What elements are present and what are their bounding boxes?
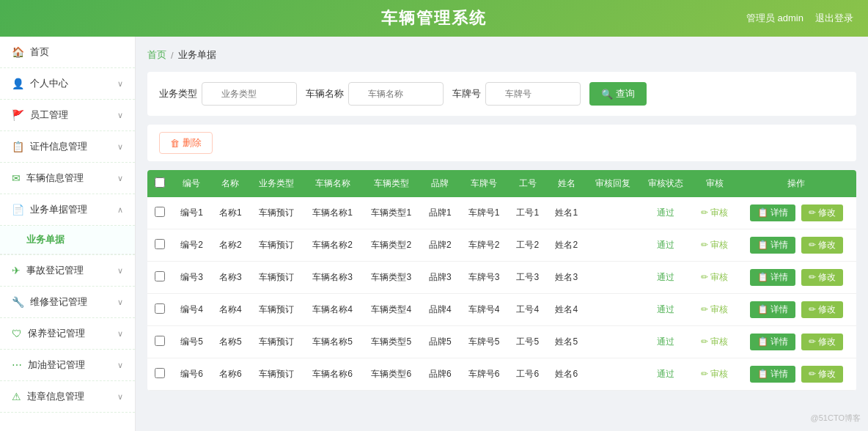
audit-link[interactable]: ✏ 审核 bbox=[698, 368, 731, 380]
detail-button[interactable]: 📋 详情 bbox=[750, 205, 795, 221]
row-checkbox-cell bbox=[147, 229, 172, 262]
sidebar-item-fuel[interactable]: ⋯ 加油登记管理 ∨ bbox=[0, 350, 135, 381]
row-vehicle-name: 车辆名称5 bbox=[304, 326, 362, 358]
audit-link[interactable]: ✏ 审核 bbox=[698, 239, 731, 251]
violation-icon: ⚠ bbox=[12, 391, 21, 402]
delete-icon: 🗑 bbox=[170, 138, 180, 149]
chevron-down-icon: ∨ bbox=[117, 142, 123, 152]
filter-group-vehicle-name: 车辆名称 🔍 bbox=[306, 82, 444, 106]
row-biz-type: 车辆预订 bbox=[250, 262, 304, 294]
row-reply bbox=[586, 294, 639, 326]
filter-vehicle-name-input[interactable] bbox=[348, 82, 444, 106]
detail-button[interactable]: 📋 详情 bbox=[750, 301, 795, 318]
table-col-name: 名称 bbox=[211, 170, 250, 197]
audit-link[interactable]: ✏ 审核 bbox=[698, 303, 731, 316]
sidebar-item-violation[interactable]: ⚠ 违章信息管理 ∨ bbox=[0, 381, 135, 413]
row-vehicle-name: 车辆名称4 bbox=[304, 294, 362, 326]
table-row: 编号5 名称5 车辆预订 车辆名称5 车辆类型5 品牌5 车牌号5 工号5 姓名… bbox=[147, 326, 856, 358]
table-row: 编号3 名称3 车辆预订 车辆名称3 车辆类型3 品牌3 车牌号3 工号3 姓名… bbox=[147, 262, 856, 294]
table-body: 编号1 名称1 车辆预订 车辆名称1 车辆类型1 品牌1 车牌号1 工号1 姓名… bbox=[147, 197, 856, 391]
audit-link[interactable]: ✏ 审核 bbox=[698, 336, 731, 348]
edit-button[interactable]: ✏ 修改 bbox=[801, 301, 843, 318]
sidebar-subitem-business-orders[interactable]: 业务单据 bbox=[0, 226, 135, 254]
filter-plate-input[interactable] bbox=[485, 82, 581, 106]
row-name: 名称5 bbox=[211, 326, 250, 358]
query-button[interactable]: 🔍 查询 bbox=[589, 82, 647, 106]
sidebar-item-upkeep[interactable]: 🛡 保养登记管理 ∨ bbox=[0, 318, 135, 350]
row-person: 姓名6 bbox=[547, 358, 586, 391]
chevron-down-icon: ∨ bbox=[117, 298, 123, 307]
edit-button[interactable]: ✏ 修改 bbox=[801, 334, 843, 350]
table-col-ops: 操作 bbox=[737, 170, 856, 197]
row-work-id: 工号4 bbox=[508, 294, 547, 326]
row-person: 姓名1 bbox=[547, 197, 586, 229]
row-plate: 车牌号4 bbox=[460, 294, 509, 326]
filter-group-type: 业务类型 🔍 bbox=[159, 82, 297, 106]
audit-link[interactable]: ✏ 审核 bbox=[698, 207, 731, 219]
row-vehicle-name: 车辆名称2 bbox=[304, 229, 362, 262]
table-col-vehicle-name: 车辆名称 bbox=[304, 170, 362, 197]
row-name: 名称2 bbox=[211, 229, 250, 262]
filter-vehicle-name-wrapper: 🔍 bbox=[348, 82, 444, 106]
row-work-id: 工号3 bbox=[508, 262, 547, 294]
row-checkbox-cell bbox=[147, 358, 172, 391]
delete-button[interactable]: 🗑 删除 bbox=[159, 132, 213, 154]
sidebar-item-home[interactable]: 🏠 首页 bbox=[0, 37, 135, 68]
delete-button-label: 删除 bbox=[183, 136, 202, 150]
row-reply bbox=[586, 358, 639, 391]
breadcrumb-home[interactable]: 首页 bbox=[147, 48, 166, 62]
edit-button[interactable]: ✏ 修改 bbox=[801, 237, 843, 254]
row-reply bbox=[586, 262, 639, 294]
audit-link[interactable]: ✏ 审核 bbox=[698, 271, 731, 284]
table-header: 编号 名称 业务类型 车辆名称 车辆类型 品牌 车牌号 工号 姓名 审核回复 审… bbox=[147, 170, 856, 197]
row-vehicle-name: 车辆名称1 bbox=[304, 197, 362, 229]
edit-button[interactable]: ✏ 修改 bbox=[801, 366, 843, 383]
row-reply bbox=[586, 326, 639, 358]
sidebar-item-employee[interactable]: 🚩 员工管理 ∨ bbox=[0, 100, 135, 131]
row-id: 编号4 bbox=[172, 294, 211, 326]
ops-cell: 📋 详情 ✏ 修改 bbox=[743, 301, 850, 318]
filter-vehicle-name-label: 车辆名称 bbox=[306, 87, 344, 100]
user-label: 管理员 admin bbox=[746, 12, 803, 25]
row-checkbox[interactable] bbox=[155, 239, 165, 249]
business-table: 编号 名称 业务类型 车辆名称 车辆类型 品牌 车牌号 工号 姓名 审核回复 审… bbox=[147, 170, 856, 391]
sidebar-business-label: 业务单据管理 bbox=[30, 203, 87, 216]
filter-type-wrapper: 🔍 bbox=[202, 82, 297, 106]
sidebar-item-personal[interactable]: 👤 个人中心 ∨ bbox=[0, 68, 135, 100]
app-title: 车辆管理系统 bbox=[381, 7, 487, 29]
detail-button[interactable]: 📋 详情 bbox=[750, 334, 795, 350]
edit-button[interactable]: ✏ 修改 bbox=[801, 269, 843, 286]
sidebar-vehicle-label: 车辆信息管理 bbox=[26, 172, 84, 185]
edit-button[interactable]: ✏ 修改 bbox=[801, 205, 843, 221]
row-checkbox[interactable] bbox=[155, 303, 165, 314]
row-audit: ✏ 审核 bbox=[692, 262, 737, 294]
detail-button[interactable]: 📋 详情 bbox=[750, 269, 795, 286]
row-audit: ✏ 审核 bbox=[692, 197, 737, 229]
row-plate: 车牌号2 bbox=[460, 229, 509, 262]
row-checkbox[interactable] bbox=[155, 207, 165, 217]
certificate-icon: 📋 bbox=[12, 141, 24, 152]
row-checkbox[interactable] bbox=[155, 271, 165, 281]
row-biz-type: 车辆预订 bbox=[250, 197, 304, 229]
sidebar-item-certificate[interactable]: 📋 证件信息管理 ∨ bbox=[0, 131, 135, 163]
sidebar-item-accident[interactable]: ✈ 事故登记管理 ∨ bbox=[0, 255, 135, 287]
sidebar-item-business[interactable]: 📄 业务单据管理 ∧ bbox=[0, 194, 135, 226]
row-vehicle-type: 车辆类型6 bbox=[362, 358, 421, 391]
row-checkbox[interactable] bbox=[155, 336, 165, 346]
filter-type-input[interactable] bbox=[202, 82, 297, 106]
row-checkbox-cell bbox=[147, 326, 172, 358]
logout-button[interactable]: 退出登录 bbox=[815, 12, 853, 25]
business-icon: 📄 bbox=[12, 204, 24, 216]
sidebar-item-vehicle[interactable]: ✉ 车辆信息管理 ∨ bbox=[0, 163, 135, 194]
main-content: 首页 / 业务单据 业务类型 🔍 车辆名称 🔍 车牌号 bbox=[136, 37, 868, 431]
filter-plate-wrapper: 🔍 bbox=[485, 82, 581, 106]
sidebar-upkeep-label: 保养登记管理 bbox=[28, 327, 85, 340]
select-all-checkbox[interactable] bbox=[155, 177, 165, 188]
sidebar-item-maintenance[interactable]: 🔧 维修登记管理 ∨ bbox=[0, 287, 135, 318]
detail-button[interactable]: 📋 详情 bbox=[750, 366, 795, 383]
row-checkbox[interactable] bbox=[155, 368, 165, 378]
row-ops: 📋 详情 ✏ 修改 bbox=[737, 197, 856, 229]
row-brand: 品牌5 bbox=[421, 326, 460, 358]
detail-button[interactable]: 📋 详情 bbox=[750, 237, 795, 254]
row-name: 名称6 bbox=[211, 358, 250, 391]
